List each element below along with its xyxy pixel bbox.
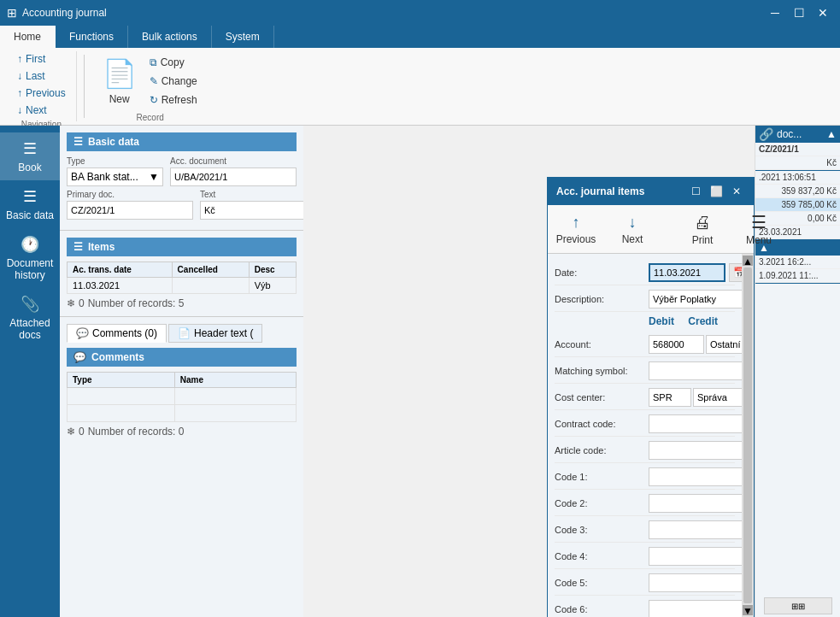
sidebar-item-document-history[interactable]: 🕐 Document history	[0, 228, 60, 288]
primary-doc-input[interactable]	[67, 201, 193, 220]
titlebar-left: ⊞ Accounting journal	[7, 6, 107, 20]
date-label: Date:	[555, 267, 649, 278]
contract-code-row: Contract code: ⊞⊞ ⊞⊞	[555, 412, 735, 437]
code1-debit[interactable]	[649, 467, 742, 486]
tab-system[interactable]: System	[212, 26, 274, 48]
account-debit-code[interactable]	[649, 335, 704, 354]
comments-header-icon: 💬	[73, 351, 86, 363]
last-button[interactable]: ↓ Last	[14, 68, 69, 84]
dialog-scrollbar[interactable]: ▲ ▼	[742, 254, 754, 617]
primary-doc-field: Primary doc.	[67, 190, 193, 220]
description-input[interactable]	[649, 290, 742, 308]
document-history-icon: 🕐	[21, 235, 39, 254]
list-item	[68, 405, 297, 422]
dialog-title: Acc. journal items	[556, 185, 644, 197]
refresh-button[interactable]: ↻ Refresh	[144, 92, 203, 108]
description-row: Description: ···	[555, 287, 735, 312]
text-input[interactable]	[200, 201, 303, 220]
matching-debit-input[interactable]	[649, 361, 742, 380]
dialog-area: Acc. journal items ☐ ⬜ ✕ ↑ Previous ↓	[303, 126, 840, 617]
acc-doc-input[interactable]	[170, 167, 297, 186]
right-panel-currency: Kč	[755, 156, 840, 170]
code4-row: Code 4: ⊞⊞ ⊞⊞	[555, 544, 735, 569]
code6-label: Code 6:	[555, 604, 649, 614]
code2-debit[interactable]	[649, 494, 742, 513]
article-code-row: Article code: ⊞⊞ ⊞⊞	[555, 438, 735, 463]
dialog-print-button[interactable]: 🖨 Print	[681, 209, 724, 250]
comments-header: 💬 Comments	[67, 348, 297, 367]
account-label: Account:	[555, 339, 649, 350]
acc-doc-field: Acc. document	[170, 156, 297, 186]
cost-center-debit-name[interactable]	[693, 388, 742, 407]
dialog-restore-button[interactable]: ☐	[687, 183, 704, 200]
tab-functions[interactable]: Functions	[56, 26, 128, 48]
dialog-menu-button[interactable]: ☰ Menu	[737, 209, 780, 250]
comments-tab[interactable]: 💬 Comments (0)	[67, 324, 167, 343]
sidebar-item-attached-docs[interactable]: 📎 Attached docs	[0, 288, 60, 348]
copy-button[interactable]: ⧉ Copy	[144, 55, 203, 70]
code1-row: Code 1: ⊞⊞ ⊞⊞	[555, 465, 735, 490]
dialog-next-button[interactable]: ↓ Next	[611, 210, 654, 249]
comments-col-name: Name	[174, 373, 296, 388]
items-record-count: ❄ 0 Number of records: 5	[67, 297, 297, 309]
code6-debit[interactable]	[649, 600, 742, 617]
items-table: Ac. trans. date Cancelled Desc 11.03.202…	[67, 261, 297, 294]
close-button[interactable]: ✕	[813, 3, 833, 23]
date-input[interactable]	[649, 263, 725, 282]
minimize-button[interactable]: ─	[765, 3, 785, 23]
change-button[interactable]: ✎ Change	[144, 73, 203, 89]
right-panel-amount1: 359 837,20 Kč	[755, 185, 840, 198]
comments-record-count: ❄ 0 Number of records: 0	[67, 426, 297, 438]
right-panel-bottom: ⊞⊞	[755, 594, 840, 617]
basic-data-header-icon: ☰	[73, 136, 83, 148]
account-debit-name[interactable]	[706, 335, 742, 354]
right-panel-doc-id[interactable]: CZ/2021/1	[755, 143, 840, 156]
dialog-close-button[interactable]: ✕	[728, 183, 745, 200]
code2-row: Code 2: ⊞⊞ ⊞⊞	[555, 491, 735, 516]
code4-debit[interactable]	[649, 547, 742, 566]
maximize-button[interactable]: ☐	[789, 3, 809, 23]
header-text-tab[interactable]: 📄 Header text (	[168, 324, 262, 343]
tab-bulk-actions[interactable]: Bulk actions	[128, 26, 212, 48]
article-debit-input[interactable]	[649, 441, 742, 460]
scroll-up-button[interactable]: ▲	[743, 256, 753, 266]
dialog-toolbar: ↑ Previous ↓ Next 🖨 Print ☰ Menu	[548, 205, 754, 254]
right-panel-link-icon: 🔗	[759, 127, 773, 141]
previous-button[interactable]: ↑ Previous	[14, 85, 69, 101]
scroll-thumb[interactable]	[743, 267, 752, 603]
comments-panel: 💬 Comments (0) 📄 Header text ( 💬 Comment…	[60, 316, 303, 444]
dialog-previous-icon: ↑	[573, 214, 580, 232]
article-code-label: Article code:	[555, 445, 649, 455]
table-row[interactable]: 11.03.2021 Výb	[68, 278, 297, 294]
tab-home[interactable]: Home	[0, 26, 56, 48]
right-panel-select-button[interactable]: ⊞⊞	[764, 597, 832, 614]
cost-center-debit-code[interactable]	[649, 388, 691, 407]
first-button[interactable]: ↑ First	[14, 51, 69, 67]
contract-debit-input[interactable]	[649, 414, 742, 433]
scroll-down-button[interactable]: ▼	[743, 605, 753, 615]
dialog-titlebar: Acc. journal items ☐ ⬜ ✕	[548, 178, 754, 205]
dialog-maximize-button[interactable]: ⬜	[708, 183, 725, 200]
sidebar-item-book[interactable]: ☰ Book	[0, 132, 60, 180]
matching-label: Matching symbol:	[555, 366, 649, 376]
record-label: Record	[137, 113, 164, 122]
dialog-previous-button[interactable]: ↑ Previous	[555, 210, 597, 249]
right-panel-header1[interactable]: 🔗 doc... ▲	[755, 126, 840, 143]
description-label: Description:	[555, 294, 649, 304]
code3-row: Code 3: ⊞⊞ ⊞⊞	[555, 518, 735, 543]
basic-data-panel: ☰ Basic data Type BA Bank stat... ▼ Acc.…	[60, 126, 303, 230]
dialog-next-icon: ↓	[629, 214, 637, 232]
dialog-body: Date: 📅 Description:	[548, 254, 754, 617]
navigation-group: ↑ First ↓ Last ↑ Previous ↓ Next Navigat…	[7, 51, 77, 121]
date-picker-button[interactable]: 📅	[729, 263, 742, 282]
header-text-tab-icon: 📄	[178, 327, 191, 339]
book-icon: ☰	[23, 139, 37, 158]
sidebar-item-basic-data[interactable]: ☰ Basic data	[0, 180, 60, 228]
type-select[interactable]: BA Bank stat... ▼	[67, 167, 163, 186]
matching-row: Matching symbol: ⊞⊞ ⊞⊞	[555, 359, 735, 384]
copy-icon: ⧉	[150, 56, 157, 68]
next-button[interactable]: ↓ Next	[14, 103, 69, 118]
code3-debit[interactable]	[649, 520, 742, 539]
new-button[interactable]: 📄 New	[98, 51, 141, 111]
code5-debit[interactable]	[649, 573, 742, 592]
